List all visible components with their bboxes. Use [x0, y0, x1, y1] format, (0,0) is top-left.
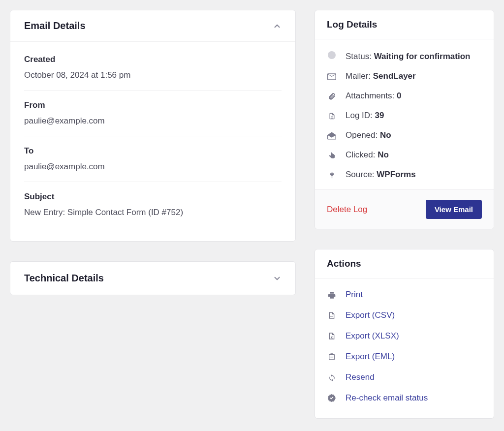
envelope-icon — [327, 71, 337, 81]
status-dot-icon — [328, 51, 336, 59]
action-label: Re-check email status — [346, 393, 428, 403]
opened-label: Opened: — [346, 130, 380, 140]
action-label: Export (EML) — [346, 352, 395, 362]
refresh-icon — [327, 373, 337, 382]
open-envelope-icon — [327, 130, 337, 140]
technical-details-card: Technical Details — [10, 261, 296, 295]
action-print[interactable]: Print — [327, 284, 482, 305]
to-value: paulie@example.com — [24, 162, 282, 172]
from-label: From — [24, 100, 282, 110]
status-label: Status: — [346, 52, 374, 61]
log-opened-row: Opened: No — [327, 125, 482, 145]
check-badge-icon — [327, 394, 337, 403]
log-attachments-row: Attachments: 0 — [327, 86, 482, 106]
attachments-value: 0 — [397, 91, 401, 100]
actions-header: Actions — [315, 249, 494, 278]
plug-icon — [327, 170, 337, 180]
action-resend[interactable]: Resend — [327, 367, 482, 388]
technical-details-header[interactable]: Technical Details — [10, 262, 295, 295]
log-id-label: Log ID: — [346, 111, 375, 120]
log-source-row: Source: WPForms — [327, 165, 482, 185]
log-id-row: Log ID: 39 — [327, 106, 482, 125]
field-from: From paulie@example.com — [24, 91, 282, 136]
action-label: Resend — [346, 372, 375, 382]
action-export-eml[interactable]: Export (EML) — [327, 346, 482, 367]
action-recheck-status[interactable]: Re-check email status — [327, 388, 482, 408]
log-mailer-row: Mailer: SendLayer — [327, 66, 482, 86]
log-status-row: Status: Waiting for confirmation — [327, 46, 482, 66]
action-export-csv[interactable]: Export (CSV) — [327, 305, 482, 326]
source-label: Source: — [346, 170, 377, 179]
email-details-title: Email Details — [24, 20, 86, 31]
subject-label: Subject — [24, 192, 282, 202]
email-details-card: Email Details Created October 08, 2024 a… — [10, 10, 296, 242]
attachments-label: Attachments: — [346, 91, 397, 100]
created-value: October 08, 2024 at 1:56 pm — [24, 70, 282, 80]
log-id-value: 39 — [375, 111, 384, 120]
chevron-down-icon — [273, 274, 282, 283]
mailer-label: Mailer: — [346, 71, 373, 81]
subject-value: New Entry: Simple Contact Form (ID #752) — [24, 208, 282, 217]
to-label: To — [24, 146, 282, 156]
technical-details-title: Technical Details — [24, 273, 104, 284]
clipboard-icon — [327, 352, 337, 362]
paperclip-icon — [327, 91, 337, 101]
csv-file-icon — [327, 311, 337, 320]
actions-card: Actions Print Export (CSV) — [315, 249, 494, 419]
action-label: Export (CSV) — [346, 310, 395, 320]
field-to: To paulie@example.com — [24, 136, 282, 182]
clicked-value: No — [378, 150, 389, 159]
pointer-icon — [327, 150, 337, 160]
created-label: Created — [24, 55, 282, 64]
action-label: Export (XLSX) — [346, 331, 399, 341]
delete-log-link[interactable]: Delete Log — [327, 205, 367, 215]
action-export-xlsx[interactable]: Export (XLSX) — [327, 326, 482, 346]
xlsx-file-icon — [327, 332, 337, 341]
field-created: Created October 08, 2024 at 1:56 pm — [24, 45, 282, 91]
actions-title: Actions — [327, 258, 361, 269]
log-details-card: Log Details Status: Waiting for confirma… — [315, 10, 494, 229]
log-clicked-row: Clicked: No — [327, 145, 482, 165]
chevron-up-icon — [273, 21, 282, 31]
email-details-header[interactable]: Email Details — [10, 10, 295, 42]
log-details-header: Log Details — [315, 10, 494, 39]
log-details-title: Log Details — [327, 19, 377, 30]
from-value: paulie@example.com — [24, 116, 282, 126]
document-icon — [327, 111, 337, 121]
view-email-button[interactable]: View Email — [426, 200, 482, 219]
source-value: WPForms — [377, 170, 415, 179]
clicked-label: Clicked: — [346, 150, 378, 159]
mailer-value: SendLayer — [373, 71, 416, 81]
field-subject: Subject New Entry: Simple Contact Form (… — [24, 182, 282, 227]
opened-value: No — [380, 130, 391, 140]
action-label: Print — [346, 290, 363, 300]
print-icon — [327, 290, 337, 299]
status-value: Waiting for confirmation — [374, 52, 471, 61]
